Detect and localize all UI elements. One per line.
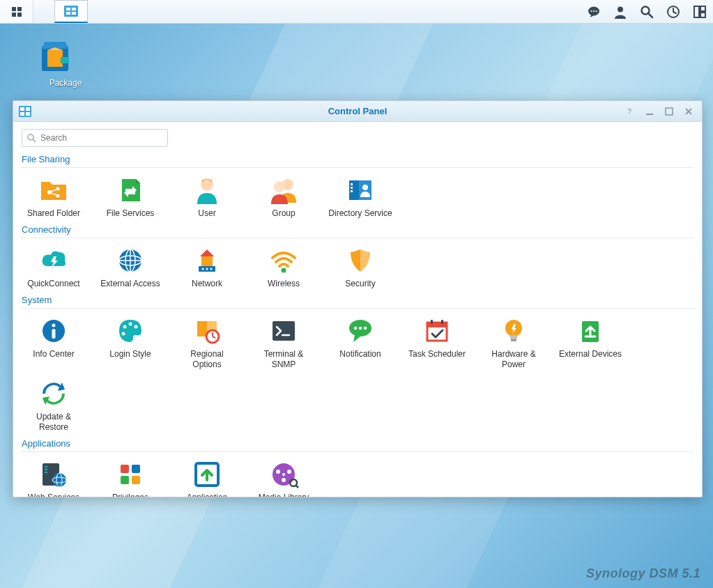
folder-share-icon xyxy=(38,175,69,206)
item-label: File Services xyxy=(107,208,155,219)
privileges-item[interactable]: Privileges xyxy=(98,459,162,497)
item-label: External Devices xyxy=(559,349,622,359)
calendar-check-icon xyxy=(422,316,452,346)
dir-service-icon xyxy=(345,175,376,206)
window-close-button[interactable] xyxy=(682,105,695,118)
window-minimize-button[interactable] xyxy=(643,105,656,118)
svg-text:?: ? xyxy=(627,107,631,116)
item-label: Web Services xyxy=(28,493,79,497)
item-label: Login Style xyxy=(109,349,151,359)
notification-item[interactable]: Notification xyxy=(328,316,392,370)
svg-rect-0 xyxy=(12,7,16,11)
update-restore-item[interactable]: Update & Restore xyxy=(22,378,86,433)
pilot-view-icon[interactable] xyxy=(687,0,713,23)
svg-rect-21 xyxy=(47,50,63,67)
control-panel-window: Control Panel ? File Sharing xyxy=(13,100,703,497)
svg-rect-81 xyxy=(441,320,443,324)
web-service-icon xyxy=(38,459,69,490)
system-grid: Info Center Login Style Regional Options… xyxy=(22,316,693,433)
section-title-system: System xyxy=(22,295,693,305)
search-input[interactable] xyxy=(40,133,163,143)
svg-rect-29 xyxy=(646,114,653,115)
window-help-button[interactable]: ? xyxy=(624,105,636,118)
svg-rect-88 xyxy=(45,466,47,467)
item-label: Application Portal xyxy=(175,493,239,497)
window-title: Control Panel xyxy=(13,106,702,116)
application-portal-item[interactable]: Application Portal xyxy=(175,459,239,497)
item-label: Shared Folder xyxy=(27,208,80,219)
security-item[interactable]: Security xyxy=(328,245,392,289)
task-scheduler-item[interactable]: Task Scheduler xyxy=(405,316,469,370)
network-item[interactable]: Network xyxy=(175,245,239,289)
user-menu-icon[interactable] xyxy=(607,0,634,23)
group-icon xyxy=(268,175,299,206)
svg-point-63 xyxy=(123,325,127,329)
quickconnect-item[interactable]: QuickConnect xyxy=(22,245,86,289)
external-devices-item[interactable]: External Devices xyxy=(558,316,622,370)
item-label: Hardware & Power xyxy=(482,349,546,370)
svg-rect-89 xyxy=(45,469,47,470)
item-label: User xyxy=(198,208,215,219)
svg-rect-8 xyxy=(72,12,76,15)
svg-rect-54 xyxy=(201,256,213,266)
svg-line-34 xyxy=(33,139,36,142)
web-services-item[interactable]: Web Services xyxy=(22,459,86,497)
speech-icon xyxy=(345,316,376,346)
directory-service-item[interactable]: Directory Service xyxy=(328,175,392,219)
file-services-item[interactable]: File Services xyxy=(98,175,162,219)
svg-point-91 xyxy=(52,473,66,487)
svg-point-66 xyxy=(122,332,125,336)
privileges-icon xyxy=(115,459,146,490)
svg-rect-30 xyxy=(666,108,673,115)
notifications-icon[interactable] xyxy=(581,0,607,23)
shared-folder-item[interactable]: Shared Folder xyxy=(22,175,86,219)
item-label: Media Library xyxy=(259,493,309,497)
media-library-item[interactable]: Media Library xyxy=(252,459,316,497)
svg-rect-27 xyxy=(26,112,30,116)
terminal-snmp-item[interactable]: Terminal & SNMP xyxy=(252,316,316,370)
refresh-icon xyxy=(38,378,69,409)
item-label: Group xyxy=(272,208,295,219)
svg-point-59 xyxy=(282,268,286,273)
user-item[interactable]: User xyxy=(175,175,239,219)
svg-point-103 xyxy=(282,473,285,476)
palette-icon xyxy=(115,316,146,346)
info-icon xyxy=(38,316,69,346)
item-label: Security xyxy=(345,279,375,289)
svg-rect-67 xyxy=(197,321,207,336)
desktop: Package Control Panel ? File xyxy=(0,24,713,588)
item-label: Wireless xyxy=(268,279,300,289)
taskbar-control-panel-button[interactable] xyxy=(54,0,88,23)
item-label: Privileges xyxy=(112,493,148,497)
regional-options-item[interactable]: Regional Options xyxy=(175,316,239,370)
globe-icon xyxy=(115,245,146,276)
svg-rect-62 xyxy=(52,329,56,339)
svg-rect-3 xyxy=(17,13,22,17)
regional-icon xyxy=(192,316,222,346)
package-center-shortcut[interactable]: Package xyxy=(38,38,93,88)
svg-rect-18 xyxy=(700,6,705,11)
external-access-item[interactable]: External Access xyxy=(98,245,162,289)
svg-rect-22 xyxy=(61,57,69,63)
group-item[interactable]: Group xyxy=(252,175,316,219)
widgets-icon[interactable] xyxy=(660,0,687,23)
login-style-item[interactable]: Login Style xyxy=(98,316,162,370)
hardware-power-item[interactable]: Hardware & Power xyxy=(482,316,546,370)
svg-point-11 xyxy=(593,10,595,11)
info-center-item[interactable]: Info Center xyxy=(22,316,86,370)
item-label: Info Center xyxy=(33,349,74,359)
main-menu-button[interactable] xyxy=(0,0,33,23)
wireless-item[interactable]: Wireless xyxy=(252,245,316,289)
window-titlebar[interactable]: Control Panel ? xyxy=(13,101,702,122)
shield-icon xyxy=(345,245,376,276)
svg-rect-4 xyxy=(64,6,78,17)
network-icon xyxy=(192,245,222,276)
svg-point-56 xyxy=(202,268,204,270)
divider xyxy=(22,308,693,309)
search-icon[interactable] xyxy=(634,0,660,23)
svg-rect-94 xyxy=(121,465,129,473)
search-box[interactable] xyxy=(22,129,168,147)
window-maximize-button[interactable] xyxy=(663,105,675,118)
taskbar xyxy=(0,0,713,24)
svg-rect-5 xyxy=(66,8,70,10)
